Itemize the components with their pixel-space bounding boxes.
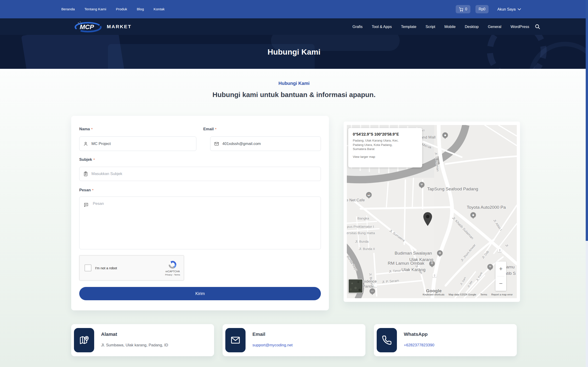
- map-label: Bangka: [357, 216, 369, 220]
- search-icon[interactable]: [535, 24, 540, 29]
- map-data-text: Map data ©2024 Google: [449, 293, 476, 296]
- recaptcha-widget: I'm not a robot reCAPTCHA Privacy - Term…: [79, 255, 184, 281]
- scrollbar-thumb[interactable]: [586, 0, 588, 241]
- card-title: Alamat: [101, 332, 117, 337]
- zoom-out-button[interactable]: −: [495, 276, 506, 291]
- contact-info-cards: Alamat Jl. Sumbawa, Ulak karang, Padang,…: [71, 324, 517, 356]
- chat-bubble-icon: [84, 202, 89, 207]
- cart-button[interactable]: 0: [456, 5, 470, 13]
- whatsapp-link[interactable]: +6282377823390: [404, 343, 434, 348]
- map-report-link[interactable]: Report a map error: [491, 293, 513, 296]
- map-canvas[interactable]: ◆☕Ψ◆⊞ΨΨ▭▯▯ arirand MallMerakJl. S. Parma…: [347, 125, 517, 298]
- main-menu-link[interactable]: WordPress: [510, 25, 529, 29]
- email-input[interactable]: [222, 142, 317, 146]
- email-field-wrapper: [210, 136, 321, 151]
- top-menu-link[interactable]: Blog: [137, 7, 144, 11]
- main-menu-link[interactable]: Script: [426, 25, 435, 29]
- required-asterisk: *: [92, 188, 94, 192]
- restaurant-pin-icon[interactable]: Ψ: [419, 182, 424, 187]
- main-menu: GrafisTool & AppsTemplateScriptMobileDes…: [353, 25, 529, 29]
- main-menu-link[interactable]: Mobile: [444, 25, 456, 29]
- card-title: Email: [252, 332, 265, 337]
- page-title: Hubungi kami untuk bantuan & informasi a…: [0, 91, 588, 99]
- clipboard-icon: [83, 171, 88, 176]
- whatsapp-card: WhatsApp +6282377823390: [374, 324, 517, 356]
- map-label: RM Lamun Ombak: [388, 261, 424, 266]
- top-menu: BerandaTentang KamiProdukBlogKontak: [61, 7, 165, 11]
- main-menu-link[interactable]: General: [488, 25, 502, 29]
- submit-button[interactable]: Kirim: [79, 287, 321, 300]
- map-card: ◆☕Ψ◆⊞ΨΨ▭▯▯ arirand MallMerakJl. S. Parma…: [344, 122, 520, 302]
- hotel-pin-icon[interactable]: ▭: [370, 288, 375, 294]
- contact-section: Hubungi Kami Hubungi kami untuk bantuan …: [0, 69, 588, 367]
- location-marker-icon[interactable]: [423, 212, 432, 227]
- main-menu-link[interactable]: Tool & Apps: [372, 25, 392, 29]
- account-menu[interactable]: Akun Saya: [497, 7, 521, 11]
- recaptcha-privacy-link[interactable]: Privacy: [165, 273, 172, 276]
- card-title: WhatsApp: [404, 332, 428, 337]
- cart-count: 0: [465, 7, 467, 11]
- view-larger-map-link[interactable]: View larger map: [353, 155, 375, 158]
- brand-suffix: MARKET: [107, 24, 132, 29]
- train-station-icon[interactable]: ▯: [432, 273, 437, 277]
- required-asterisk: *: [94, 158, 95, 161]
- map-label: TapSung Seafood Padang: [427, 186, 478, 192]
- map-zoom-control: + −: [495, 261, 506, 291]
- main-menu-link[interactable]: Template: [401, 25, 416, 29]
- map-label: mpus Proklamator I: [347, 225, 374, 228]
- map-label: Toyota Auto2000 Pa: [467, 205, 506, 210]
- recaptcha-logo-icon: [168, 260, 177, 269]
- top-menu-link[interactable]: Kontak: [154, 7, 165, 11]
- map-address: Padang, Ulak Karang Utara, Kec. Padang U…: [353, 139, 406, 151]
- satellite-view-toggle[interactable]: [348, 279, 363, 293]
- top-menu-link[interactable]: Beranda: [61, 7, 75, 11]
- main-menu-link[interactable]: Desktop: [465, 25, 479, 29]
- top-menu-link[interactable]: Tentang Kami: [85, 7, 106, 11]
- required-asterisk: *: [215, 127, 216, 131]
- message-label: Pesan*: [79, 188, 94, 192]
- map-label: Jl. Bunda II: [359, 247, 375, 251]
- top-menu-link[interactable]: Produk: [116, 7, 127, 11]
- map-coordinates: 0°54'22.9"S 100°20'58.9"E: [353, 132, 418, 136]
- email-link[interactable]: support@mycoding.net: [252, 343, 293, 348]
- cafe-pin-icon[interactable]: ☕: [366, 192, 372, 198]
- recaptcha-terms-link[interactable]: Terms: [174, 273, 180, 276]
- balance-badge[interactable]: Rp0: [476, 5, 489, 13]
- supermarket-pin-icon[interactable]: ⊞: [437, 250, 443, 256]
- map-label: iversitas Bung Hatta: [347, 231, 375, 235]
- section-eyebrow: Hubungi Kami: [0, 81, 588, 86]
- hero-title: Hubungi Kami: [0, 35, 588, 69]
- subject-field-wrapper: [79, 167, 321, 181]
- message-textarea[interactable]: [79, 197, 321, 249]
- map-label: Budiman Swalayan: [395, 251, 432, 256]
- subject-input[interactable]: [91, 172, 317, 176]
- store-pin-icon[interactable]: ◆: [470, 212, 476, 218]
- google-logo[interactable]: Google: [426, 288, 442, 293]
- zoom-in-button[interactable]: +: [495, 261, 506, 276]
- mall-pin-icon[interactable]: ◆: [442, 132, 448, 138]
- subject-label: Subjek*: [79, 157, 95, 162]
- train-station-icon[interactable]: ▯: [498, 248, 502, 252]
- main-navbar: MCP MARKET GrafisTool & AppsTemplateScri…: [0, 18, 588, 35]
- address-card: Alamat Jl. Sumbawa, Ulak karang, Padang,…: [71, 324, 214, 356]
- brand-logo[interactable]: MCP MARKET: [75, 21, 132, 33]
- map-label: te Net Cafe: [347, 198, 365, 202]
- map-label: Ulak Karang: [401, 267, 426, 272]
- map-info-card: 0°54'22.9"S 100°20'58.9"E Padang, Ulak K…: [348, 128, 422, 167]
- keyboard-shortcuts-link[interactable]: Keyboard shortcuts: [423, 293, 444, 296]
- restaurant-pin-icon[interactable]: Ψ: [487, 264, 493, 269]
- message-field-wrapper: [79, 197, 321, 249]
- main-menu-link[interactable]: Grafis: [353, 25, 363, 29]
- mail-icon: [214, 141, 219, 146]
- chevron-down-icon: [518, 8, 521, 10]
- map-label: Jl. Bunda: [355, 240, 368, 243]
- user-icon: [83, 141, 88, 146]
- top-utility-bar: BerandaTentang KamiProdukBlogKontak 0 Rp…: [0, 0, 588, 18]
- cart-icon: [459, 7, 463, 11]
- email-card: Email support@mycoding.net: [223, 324, 365, 356]
- phone-icon: [377, 328, 397, 352]
- recaptcha-checkbox[interactable]: [85, 265, 91, 271]
- page-scrollbar[interactable]: [586, 0, 588, 367]
- name-input[interactable]: [91, 142, 192, 146]
- map-terms-link[interactable]: Terms: [480, 293, 487, 296]
